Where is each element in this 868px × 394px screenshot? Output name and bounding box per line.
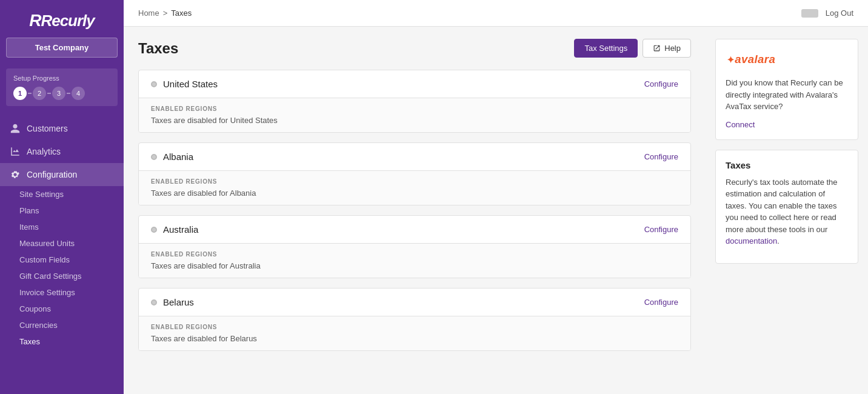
taxes-info-title: Taxes [726,160,848,170]
breadcrumb: Home > Taxes [138,8,192,18]
sidebar-sub-custom-fields[interactable]: Custom Fields [0,252,124,268]
enabled-regions-value-belarus: Taxes are disabled for Belarus [151,334,678,343]
tax-card-belarus-header: Belarus Configure [139,289,690,316]
enabled-regions-value-us: Taxes are disabled for United States [151,116,678,125]
topbar-right: Log Out [801,8,853,18]
progress-step-3: 3 [52,87,65,100]
sidebar-sub-items[interactable]: Items [0,219,124,235]
breadcrumb-current: Taxes [171,8,192,18]
progress-step-2: 2 [33,87,46,100]
sidebar-sub-gift-card-settings[interactable]: Gift Card Settings [0,268,124,284]
progress-dot-2 [47,93,51,94]
avalara-card: ✦avalara Did you know that Recurly can b… [715,39,858,140]
taxes-info-description-after: . [777,236,780,245]
main-content: Home > Taxes Log Out Taxes Tax Settings … [124,0,868,394]
configure-australia-link[interactable]: Configure [644,225,678,234]
sidebar-sub-measured-units[interactable]: Measured Units [0,235,124,252]
configuration-sub-nav: Site Settings Plans Items Measured Units… [0,186,124,350]
taxes-info-card: Taxes Recurly's tax tools automate the e… [715,150,858,264]
taxes-info-description-before: Recurly's tax tools automate the estimat… [726,178,838,234]
sidebar-sub-taxes[interactable]: Taxes [0,333,124,350]
sidebar-item-configuration-label: Configuration [27,170,77,179]
tax-card-us-header: United States Configure [139,70,690,98]
user-avatar [801,9,818,18]
setup-progress-label: Setup Progress [13,75,110,82]
tax-card-albania: Albania Configure ENABLED REGIONS Taxes … [138,142,691,205]
page-actions: Tax Settings Help [574,39,691,58]
status-dot-australia [151,227,157,233]
enabled-regions-label-australia: ENABLED REGIONS [151,251,678,258]
tax-card-australia-body: ENABLED REGIONS Taxes are disabled for A… [139,243,690,278]
tax-card-us: United States Configure ENABLED REGIONS … [138,70,691,133]
sidebar-item-configuration[interactable]: Configuration [0,163,124,186]
enabled-regions-label-us: ENABLED REGIONS [151,105,678,112]
taxes-info-body: Recurly's tax tools automate the estimat… [726,176,848,247]
tax-card-belarus-body: ENABLED REGIONS Taxes are disabled for B… [139,316,690,350]
progress-step-4: 4 [72,87,85,100]
external-link-icon [653,44,661,52]
sidebar-sub-currencies[interactable]: Currencies [0,317,124,333]
content-area: Taxes Tax Settings Help United [124,27,868,394]
progress-dot-3 [67,93,70,94]
progress-step-1: 1 [13,87,27,100]
tax-card-australia: Australia Configure ENABLED REGIONS Taxe… [138,215,691,278]
person-icon [10,123,21,134]
configure-belarus-link[interactable]: Configure [644,298,678,307]
enabled-regions-label-albania: ENABLED REGIONS [151,178,678,185]
progress-dot-1 [28,93,32,94]
recurly-logo: RRecurly [29,11,95,30]
avalara-connect-link[interactable]: Connect [726,120,755,129]
tax-card-belarus: Belarus Configure ENABLED REGIONS Taxes … [138,288,691,351]
enabled-regions-label-belarus: ENABLED REGIONS [151,324,678,330]
page-header: Taxes Tax Settings Help [138,39,691,58]
status-dot-albania [151,154,157,160]
progress-steps: 1 2 3 4 [13,87,110,100]
configure-us-link[interactable]: Configure [644,79,678,88]
breadcrumb-separator: > [163,8,168,18]
tax-country-belarus: Belarus [151,297,194,307]
sidebar-sub-plans[interactable]: Plans [0,202,124,219]
tax-card-australia-header: Australia Configure [139,216,690,243]
right-panel: ✦avalara Did you know that Recurly can b… [706,27,868,394]
gear-icon [10,169,21,180]
logo-area: RRecurly [0,0,124,38]
sidebar-item-analytics-label: Analytics [27,147,61,156]
sidebar-sub-site-settings[interactable]: Site Settings [0,186,124,202]
configure-albania-link[interactable]: Configure [644,152,678,161]
svg-text:✦avalara: ✦avalara [727,53,776,65]
sidebar-item-customers[interactable]: Customers [0,117,124,140]
status-dot-belarus [151,299,157,306]
tax-card-albania-header: Albania Configure [139,143,690,170]
sidebar-item-customers-label: Customers [27,124,68,133]
status-dot-us [151,81,157,87]
tax-country-albania: Albania [151,152,193,162]
sidebar-nav: Customers Analytics Configuration Site S… [0,117,124,394]
taxes-doc-link[interactable]: documentation [726,236,777,245]
tax-country-us: United States [151,79,218,89]
enabled-regions-value-albania: Taxes are disabled for Albania [151,189,678,198]
tax-card-us-body: ENABLED REGIONS Taxes are disabled for U… [139,98,690,132]
topbar: Home > Taxes Log Out [124,0,868,27]
setup-progress-widget: Setup Progress 1 2 3 4 [6,68,118,106]
sidebar-sub-invoice-settings[interactable]: Invoice Settings [0,284,124,301]
chart-icon [10,146,21,157]
tax-country-australia: Australia [151,224,198,235]
main-panel: Taxes Tax Settings Help United [124,27,706,394]
sidebar-item-analytics[interactable]: Analytics [0,140,124,163]
logout-button[interactable]: Log Out [826,8,853,18]
page-title: Taxes [138,40,178,57]
sidebar: RRecurly Test Company Setup Progress 1 2… [0,0,124,394]
avalara-logo: ✦avalara [726,49,848,70]
tax-card-albania-body: ENABLED REGIONS Taxes are disabled for A… [139,170,690,205]
enabled-regions-value-australia: Taxes are disabled for Australia [151,261,678,270]
sidebar-sub-coupons[interactable]: Coupons [0,301,124,317]
breadcrumb-home[interactable]: Home [138,8,159,18]
company-button[interactable]: Test Company [6,38,118,58]
tax-settings-button[interactable]: Tax Settings [574,39,638,58]
avalara-description: Did you know that Recurly can be directl… [726,77,848,113]
help-button[interactable]: Help [643,39,691,58]
